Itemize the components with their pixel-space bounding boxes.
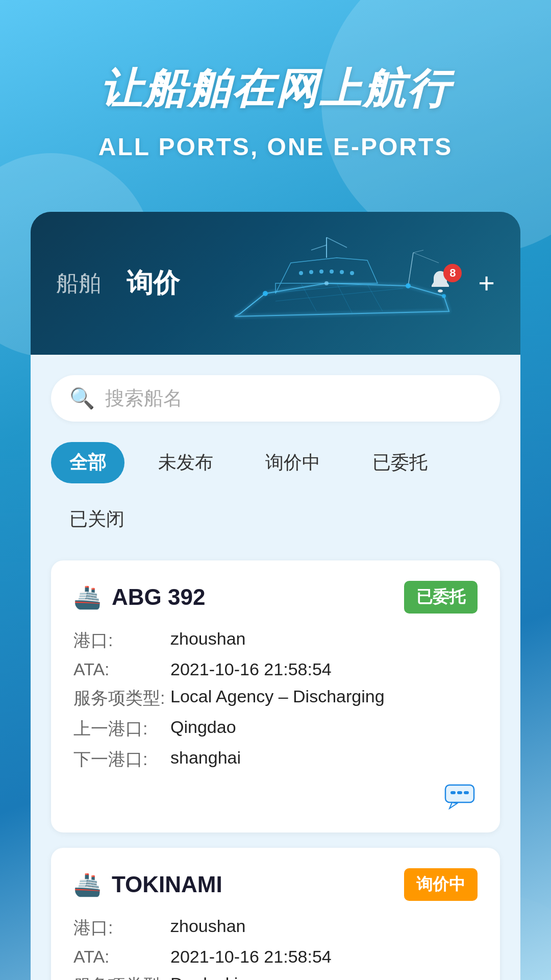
svg-point-8 — [299, 271, 303, 275]
svg-point-9 — [309, 270, 313, 274]
search-bar[interactable]: 🔍 搜索船名 — [51, 375, 500, 422]
chat-button-abg392[interactable] — [442, 781, 478, 812]
filter-commissioned[interactable]: 已委托 — [354, 442, 446, 483]
ship-name-tokinami: TOKINAMI — [112, 872, 222, 897]
svg-line-14 — [265, 283, 378, 293]
ship-card-tokinami[interactable]: 🚢 TOKINAMI 询价中 港口: zhoushan ATA: 2021-10… — [51, 848, 500, 980]
ship-card-header-abg392: 🚢 ABG 392 已委托 — [73, 581, 478, 614]
label-ata-1: ATA: — [73, 947, 165, 967]
svg-rect-26 — [450, 791, 456, 794]
svg-marker-0 — [235, 283, 449, 316]
search-placeholder: 搜索船名 — [105, 385, 183, 411]
label-port-0: 港口: — [73, 629, 165, 652]
svg-marker-29 — [449, 802, 457, 808]
bell-button[interactable]: 8 — [427, 268, 458, 299]
label-next-port-0: 下一港口: — [73, 748, 165, 771]
value-port-1: zhoushan — [170, 916, 478, 940]
chat-icon-abg392 — [444, 784, 475, 810]
card-header: 船舶 询价 8 + — [31, 212, 520, 355]
svg-point-13 — [350, 271, 354, 275]
ship-name-abg392: ABG 392 — [112, 584, 205, 610]
svg-line-18 — [367, 284, 383, 311]
tab-ship[interactable]: 船舶 — [56, 268, 101, 299]
search-icon: 🔍 — [69, 386, 95, 410]
value-ata-1: 2021-10-16 21:58:54 — [170, 947, 478, 967]
hero-title: 让船舶在网上航行 — [41, 61, 510, 117]
svg-line-7 — [413, 250, 423, 253]
svg-line-17 — [337, 283, 352, 313]
value-service-0: Local Agency – Discharging — [170, 687, 478, 710]
ship-name-row-tokinami: 🚢 TOKINAMI — [73, 871, 222, 898]
status-badge-tokinami: 询价中 — [404, 868, 478, 901]
ship-details-abg392: 港口: zhoushan ATA: 2021-10-16 21:58:54 服务… — [73, 629, 478, 771]
svg-point-10 — [319, 270, 323, 274]
label-service-1: 服务项类型: — [73, 974, 165, 980]
ship-icon-tokinami: 🚢 — [73, 871, 102, 898]
ship-card-abg392[interactable]: 🚢 ABG 392 已委托 港口: zhoushan ATA: 2021-10-… — [51, 560, 500, 832]
svg-line-6 — [413, 253, 439, 263]
label-port-1: 港口: — [73, 916, 165, 940]
status-badge-abg392: 已委托 — [404, 581, 478, 614]
value-ata-0: 2021-10-16 21:58:54 — [170, 659, 478, 679]
svg-line-3 — [327, 237, 347, 248]
ship-icon-abg392: 🚢 — [73, 584, 102, 610]
svg-line-5 — [408, 253, 413, 286]
notification-badge: 8 — [443, 264, 462, 282]
filter-tabs: 全部 未发布 询价中 已委托 已关闭 — [51, 442, 500, 540]
value-prev-port-0: Qingdao — [170, 717, 478, 741]
value-next-port-0: shanghai — [170, 748, 478, 771]
nav-tabs: 船舶 询价 — [56, 265, 180, 301]
label-service-0: 服务项类型: — [73, 687, 165, 710]
label-prev-port-0: 上一港口: — [73, 717, 165, 741]
svg-line-15 — [276, 288, 403, 301]
svg-point-20 — [263, 291, 268, 296]
svg-rect-28 — [464, 791, 469, 794]
value-port-0: zhoushan — [170, 629, 478, 652]
svg-line-19 — [240, 293, 265, 314]
hero-subtitle: ALL PORTS, ONE E-PORTS — [41, 133, 510, 161]
svg-marker-1 — [276, 258, 378, 293]
ship-name-row: 🚢 ABG 392 — [73, 584, 205, 610]
svg-point-22 — [324, 281, 329, 285]
card-body: 🔍 搜索船名 全部 未发布 询价中 已委托 已关闭 🚢 ABG 392 已委托 … — [31, 355, 520, 980]
ship-card-header-tokinami: 🚢 TOKINAMI 询价中 — [73, 868, 478, 901]
ship-illustration — [224, 222, 459, 345]
svg-rect-27 — [457, 791, 462, 794]
filter-all[interactable]: 全部 — [51, 442, 124, 483]
filter-unpublished[interactable]: 未发布 — [140, 442, 232, 483]
add-button[interactable]: + — [478, 269, 495, 298]
label-ata-0: ATA: — [73, 659, 165, 679]
tab-inquiry[interactable]: 询价 — [127, 265, 180, 301]
ship-details-tokinami: 港口: zhoushan ATA: 2021-10-16 21:58:54 服务… — [73, 916, 478, 980]
svg-line-4 — [311, 245, 327, 250]
hero-section: 让船舶在网上航行 ALL PORTS, ONE E-PORTS — [0, 0, 551, 191]
svg-point-24 — [438, 289, 443, 292]
header-icons: 8 + — [427, 268, 495, 299]
svg-point-12 — [340, 270, 344, 274]
ship-card-footer-abg392 — [73, 781, 478, 812]
main-card: 船舶 询价 8 + 🔍 搜索船名 全部 未发布 询价中 — [31, 212, 520, 980]
value-service-1: Drydocking — [170, 974, 478, 980]
filter-closed[interactable]: 已关闭 — [51, 499, 143, 540]
filter-inquiring[interactable]: 询价中 — [247, 442, 339, 483]
svg-point-21 — [406, 283, 411, 288]
svg-point-11 — [330, 270, 334, 274]
